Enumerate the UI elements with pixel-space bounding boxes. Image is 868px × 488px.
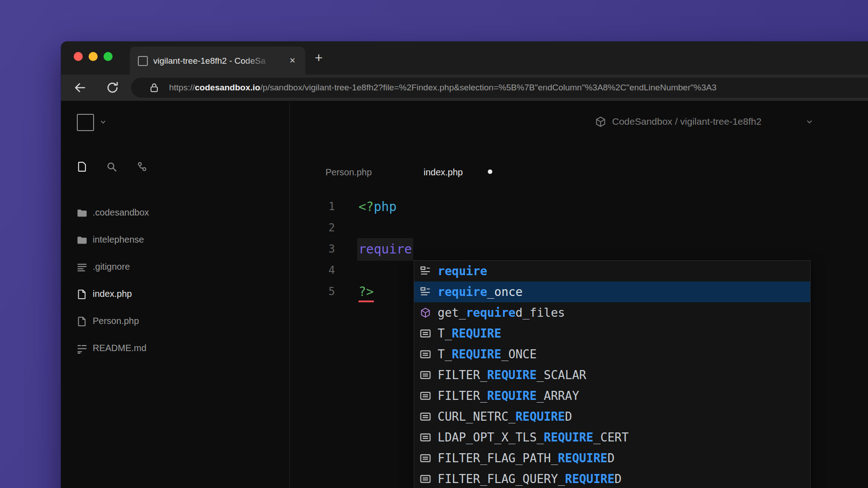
- tab-close-icon[interactable]: ×: [286, 54, 299, 67]
- code-text: require: [359, 239, 412, 260]
- window-minimize-button[interactable]: [89, 52, 98, 61]
- line-number: 2: [314, 217, 335, 239]
- line-number: 5: [314, 281, 335, 302]
- file-row-index.php[interactable]: index.php: [70, 281, 264, 308]
- autocomplete-popup: requirerequire_onceget_required_filesT_R…: [414, 260, 811, 488]
- code-token: require: [357, 238, 413, 261]
- codesandbox-app: CodeSandbox / vigilant-tree-1e8fh2 .code…: [61, 101, 868, 488]
- address-bar[interactable]: https://codesandbox.io/p/sandbox/vigilan…: [131, 78, 868, 98]
- file-name: .codesandbox: [93, 207, 149, 218]
- autocomplete-label: T_REQUIRE_ONCE: [438, 347, 537, 361]
- line-number: 1: [314, 196, 335, 217]
- autocomplete-label: get_required_files: [438, 305, 565, 320]
- code-line-1: 1<?php: [314, 196, 412, 217]
- constant-icon: [420, 390, 431, 402]
- browser-tab[interactable]: vigilant-tree-1e8fh2 - CodeSa ×: [130, 47, 305, 75]
- line-number: 4: [314, 260, 335, 281]
- constant-icon: [420, 473, 431, 485]
- autocomplete-label: require: [438, 264, 487, 278]
- autocomplete-label: T_REQUIRE: [438, 326, 501, 341]
- autocomplete-item-require[interactable]: require: [414, 261, 810, 282]
- autocomplete-item-T_REQUIRE[interactable]: T_REQUIRE: [414, 323, 810, 344]
- autocomplete-item-get_required_files[interactable]: get_required_files: [414, 302, 810, 323]
- tab-title-fade: [243, 53, 283, 69]
- editor-tab-index.php[interactable]: index.php: [424, 167, 463, 178]
- snippet-icon: [420, 286, 431, 298]
- back-icon[interactable]: [73, 80, 87, 95]
- new-tab-button[interactable]: +: [311, 51, 326, 66]
- window-zoom-button[interactable]: [104, 52, 113, 61]
- browser-window: vigilant-tree-1e8fh2 - CodeSa × + https:…: [61, 42, 868, 488]
- autocomplete-item-require_once[interactable]: require_once: [414, 282, 810, 302]
- file-row-.codesandbox[interactable]: .codesandbox: [70, 200, 264, 227]
- constant-icon: [420, 328, 431, 339]
- file-row-README.md[interactable]: README.md: [70, 335, 264, 362]
- file-row-intelephense[interactable]: intelephense: [70, 227, 264, 254]
- constant-icon: [420, 452, 431, 464]
- refresh-icon[interactable]: [105, 80, 120, 95]
- file-explorer: .codesandboxintelephense.gitignoreindex.…: [70, 200, 264, 362]
- line-number: 3: [314, 239, 335, 260]
- file-page-icon: [76, 288, 88, 300]
- chevron-down-icon[interactable]: [99, 118, 107, 126]
- snippet-icon: [420, 265, 431, 277]
- url-scheme: https://: [169, 83, 195, 92]
- code-line-4: 4: [314, 260, 412, 281]
- autocomplete-label: FILTER_REQUIRE_SCALAR: [438, 368, 586, 382]
- breadcrumb-text: CodeSandbox / vigilant-tree-1e8fh2: [612, 116, 761, 127]
- autocomplete-item-FILTER_REQUIRE_SCALAR[interactable]: FILTER_REQUIRE_SCALAR: [414, 365, 810, 385]
- code-text: ?>: [359, 281, 374, 302]
- autocomplete-label: FILTER_FLAG_PATH_REQUIRED: [438, 451, 614, 465]
- text-lines-icon: [76, 261, 88, 273]
- url-path: /p/sandbox/vigilant-tree-1e8fh2?file=%2F…: [260, 83, 717, 92]
- constant-icon: [420, 348, 431, 360]
- cube-icon: [420, 307, 431, 319]
- workspace-menu-button[interactable]: [77, 114, 94, 131]
- constant-icon: [420, 369, 431, 381]
- search-icon[interactable]: [105, 160, 118, 173]
- file-row-Person.php[interactable]: Person.php: [70, 308, 264, 335]
- sidebar-divider: [289, 101, 290, 488]
- codesandbox-cube-icon: [594, 116, 607, 128]
- file-name: Person.php: [93, 316, 139, 326]
- folder-icon: [76, 234, 88, 246]
- autocomplete-item-FILTER_FLAG_QUERY_REQUIRED[interactable]: FILTER_FLAG_QUERY_REQUIRED: [414, 469, 810, 488]
- code-line-5: 5?>: [314, 281, 412, 302]
- file-name: index.php: [93, 289, 132, 299]
- code-editor[interactable]: 1<?php23require45?>: [314, 196, 412, 302]
- file-name: intelephense: [93, 235, 144, 245]
- window-close-button[interactable]: [74, 52, 83, 61]
- autocomplete-item-FILTER_REQUIRE_ARRAY[interactable]: FILTER_REQUIRE_ARRAY: [414, 385, 810, 406]
- code-token: <?: [359, 199, 374, 214]
- desktop-background: vigilant-tree-1e8fh2 - CodeSa × + https:…: [0, 0, 868, 488]
- browser-tab-bar: vigilant-tree-1e8fh2 - CodeSa × +: [61, 42, 868, 75]
- autocomplete-item-T_REQUIRE_ONCE[interactable]: T_REQUIRE_ONCE: [414, 344, 810, 365]
- file-row-.gitignore[interactable]: .gitignore: [70, 254, 264, 281]
- code-line-2: 2: [314, 217, 412, 239]
- file-page-icon: [76, 315, 88, 328]
- constant-icon: [420, 432, 431, 443]
- code-text: <?php: [359, 196, 396, 217]
- tab-favicon-icon: [138, 56, 148, 66]
- autocomplete-label: CURL_NETRC_REQUIRED: [438, 409, 572, 424]
- editor-tab-Person.php[interactable]: Person.php: [326, 167, 372, 178]
- code-line-3: 3require: [314, 239, 412, 260]
- autocomplete-item-FILTER_FLAG_PATH_REQUIRED[interactable]: FILTER_FLAG_PATH_REQUIRED: [414, 448, 810, 469]
- autocomplete-item-CURL_NETRC_REQUIRED[interactable]: CURL_NETRC_REQUIRED: [414, 406, 810, 427]
- folder-icon: [76, 207, 88, 219]
- autocomplete-label: FILTER_FLAG_QUERY_REQUIRED: [438, 472, 622, 486]
- fork-icon[interactable]: [136, 160, 148, 173]
- autocomplete-label: require_once: [438, 285, 523, 299]
- lock-icon[interactable]: [148, 82, 160, 94]
- autocomplete-item-LDAP_OPT_X_TLS_REQUIRE_CERT[interactable]: LDAP_OPT_X_TLS_REQUIRE_CERT: [414, 427, 810, 448]
- file-name: README.md: [93, 343, 146, 353]
- browser-toolbar: https://codesandbox.io/p/sandbox/vigilan…: [61, 75, 868, 101]
- code-token: ?>: [359, 284, 374, 302]
- autocomplete-label: LDAP_OPT_X_TLS_REQUIRE_CERT: [438, 430, 629, 445]
- url-domain: codesandbox.io: [195, 83, 260, 92]
- file-name: .gitignore: [93, 262, 130, 272]
- autocomplete-label: FILTER_REQUIRE_ARRAY: [438, 389, 579, 403]
- files-icon[interactable]: [76, 160, 89, 173]
- unsaved-changes-dot[interactable]: [488, 169, 492, 174]
- constant-icon: [420, 411, 431, 422]
